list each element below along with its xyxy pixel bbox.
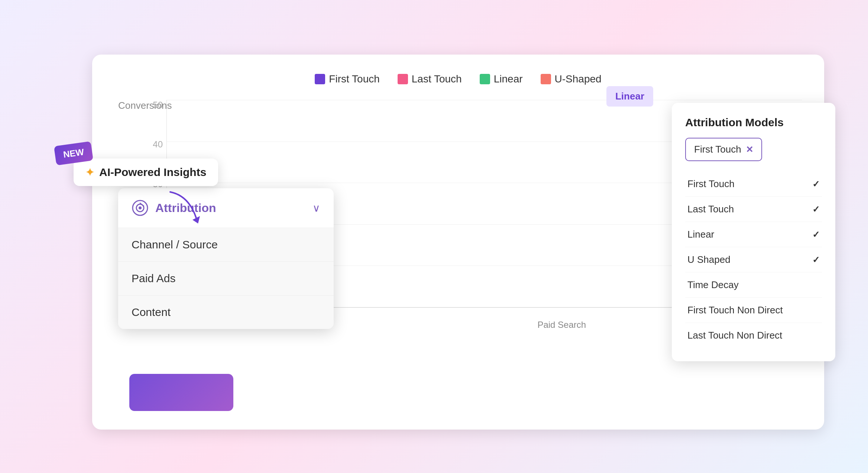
svg-point-2 [139,206,142,209]
ai-insights-bubble: ✦ AI-Powered Insights [74,159,218,186]
y-tick-40: 40 [144,139,163,150]
model-option-time-decay[interactable]: Time Decay [685,273,822,298]
model-option-last-touch-non-direct[interactable]: Last Touch Non Direct [685,323,822,348]
legend-first-touch: First Touch [315,73,379,85]
check-icon-first-touch: ✓ [812,179,820,189]
star-icon: ✦ [85,166,94,179]
model-option-ushaped[interactable]: U Shaped ✓ [685,247,822,273]
tag-remove-icon[interactable]: ✕ [746,144,753,155]
legend-label-linear: Linear [494,73,523,85]
arrow-icon [166,188,211,225]
model-label-last-touch: Last Touch [687,203,734,215]
legend-dot-linear [480,74,490,84]
legend-dot-ushaped [541,74,551,84]
check-icon-ushaped: ✓ [812,255,820,265]
legend-last-touch: Last Touch [398,73,462,85]
legend-label-ushaped: U-Shaped [555,73,602,85]
model-label-linear: Linear [687,229,714,240]
model-option-last-touch[interactable]: Last Touch ✓ [685,197,822,222]
attribution-dropdown-card[interactable]: Attribution ∨ Channel / Source Paid Ads … [118,188,334,329]
legend-linear: Linear [480,73,523,85]
legend-ushaped: U-Shaped [541,73,602,85]
x-label-2 [329,316,485,330]
x-label-paid-search: Paid Search [484,316,639,330]
menu-item-channel-source[interactable]: Channel / Source [118,228,334,262]
y-tick-50: 50 [144,100,163,110]
model-label-first-touch: First Touch [687,178,735,190]
attribution-icon [132,199,149,216]
legend-label-first-touch: First Touch [329,73,379,85]
check-icon-linear: ✓ [812,229,820,240]
legend-dot-last-touch [398,74,408,84]
attribution-header[interactable]: Attribution ∨ [118,188,334,228]
attribution-models-panel: Attribution Models First Touch ✕ First T… [672,103,835,361]
selected-tag-label: First Touch [694,144,741,155]
ai-insights-label: AI-Powered Insights [99,166,206,179]
legend-dot-first-touch [315,74,325,84]
menu-item-content[interactable]: Content [118,296,334,329]
legend-label-last-touch: Last Touch [412,73,462,85]
check-icon-last-touch: ✓ [812,204,820,215]
model-option-first-touch[interactable]: First Touch ✓ [685,172,822,197]
linear-tag: Linear [606,86,653,107]
model-label-last-touch-non-direct: Last Touch Non Direct [687,330,782,341]
purple-blob [129,374,233,411]
models-selected-tag[interactable]: First Touch ✕ [685,138,762,161]
model-label-ushaped: U Shaped [687,254,731,265]
menu-item-paid-ads[interactable]: Paid Ads [118,262,334,296]
model-label-time-decay: Time Decay [687,279,739,291]
model-label-first-touch-non-direct: First Touch Non Direct [687,304,783,316]
models-panel-title: Attribution Models [685,116,822,129]
chevron-down-icon: ∨ [312,202,320,214]
model-option-first-touch-non-direct[interactable]: First Touch Non Direct [685,298,822,323]
chart-legend: First Touch Last Touch Linear U-Shaped [114,73,802,85]
model-option-linear[interactable]: Linear ✓ [685,222,822,247]
